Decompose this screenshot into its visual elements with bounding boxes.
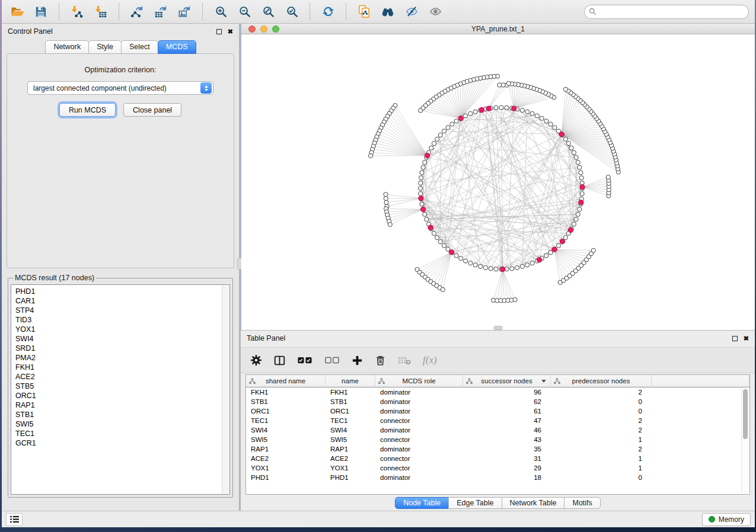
cell-predecessor-nodes[interactable]: 0 [551,406,652,416]
export-table-icon[interactable] [151,2,170,21]
mcds-result-item[interactable]: TEC1 [15,429,229,438]
cell-predecessor-nodes[interactable]: 0 [551,397,652,406]
select-all-icon[interactable] [297,357,312,364]
graph-node[interactable] [525,110,529,114]
cell-MCDS-role[interactable]: connector [375,463,463,473]
network-canvas[interactable] [241,34,755,330]
tab-motifs[interactable]: Motifs [564,497,600,509]
graph-node[interactable] [579,171,583,175]
graph-node[interactable] [384,193,388,197]
cell-shared-name[interactable]: ORC1 [246,406,326,416]
graph-node[interactable] [494,267,498,271]
cell-shared-name[interactable]: FKH1 [246,387,326,397]
graph-node[interactable] [454,254,458,258]
graph-node[interactable] [419,181,423,185]
first-neighbors-icon[interactable] [378,2,397,21]
cell-name[interactable]: PHD1 [326,473,375,482]
graph-hub-node[interactable] [486,106,491,111]
cell-successor-nodes[interactable]: 43 [463,435,551,444]
graph-node[interactable] [384,196,388,200]
graph-node[interactable] [483,265,487,270]
graph-node[interactable] [468,261,473,265]
graph-node[interactable] [441,287,445,291]
zoom-selected-icon[interactable] [282,2,301,21]
graph-node[interactable] [435,235,439,239]
mcds-result-item[interactable]: SWI5 [15,419,229,429]
mcds-result-item[interactable]: TID3 [15,315,229,325]
cell-name[interactable]: STB1 [326,397,375,406]
graph-hub-node[interactable] [428,225,433,230]
float-panel-icon[interactable] [216,29,222,34]
cell-successor-nodes[interactable]: 61 [463,406,551,416]
cell-predecessor-nodes[interactable]: 1 [551,463,652,473]
graph-hub-node[interactable] [560,239,564,243]
graph-node[interactable] [442,243,446,248]
column-browser-icon[interactable] [274,355,285,366]
graph-node[interactable] [566,142,570,146]
deselect-all-icon[interactable] [324,357,340,364]
graph-node[interactable] [510,267,514,271]
cell-successor-nodes[interactable]: 29 [463,463,551,473]
column-header-shared-name[interactable]: shared name [246,375,326,387]
graph-node[interactable] [388,222,392,226]
cell-MCDS-role[interactable]: dominator [375,406,463,416]
graph-node[interactable] [432,231,436,235]
cell-successor-nodes[interactable]: 31 [463,454,551,463]
graph-node[interactable] [591,248,595,252]
graph-node[interactable] [563,137,567,141]
cell-predecessor-nodes[interactable]: 2 [551,387,652,397]
graph-node[interactable] [464,259,468,263]
cell-shared-name[interactable]: ACE2 [246,454,326,463]
graph-hub-node[interactable] [552,247,557,252]
delete-column-icon[interactable] [375,355,386,366]
graph-node[interactable] [435,137,439,141]
graph-node[interactable] [505,105,509,110]
show-all-icon[interactable] [426,2,445,21]
column-header-predecessor-nodes[interactable]: predecessor nodes [551,375,652,387]
graph-node[interactable] [446,126,450,130]
cell-shared-name[interactable]: SWI5 [246,435,326,444]
cell-MCDS-role[interactable]: dominator [375,444,463,454]
mcds-result-item[interactable]: ACE2 [15,372,229,382]
graph-node[interactable] [506,81,511,85]
cell-shared-name[interactable]: RAP1 [246,444,326,454]
graph-node[interactable] [489,267,493,271]
cell-successor-nodes[interactable]: 18 [463,473,551,482]
mcds-result-item[interactable]: PMA2 [15,353,229,363]
zoom-in-icon[interactable] [211,2,230,21]
graph-node[interactable] [499,105,503,110]
new-network-from-selection-icon[interactable] [355,2,374,21]
cell-MCDS-role[interactable]: dominator [375,387,463,397]
graph-node[interactable] [479,264,483,268]
cell-successor-nodes[interactable]: 46 [463,425,551,435]
graph-node[interactable] [563,87,567,91]
cell-name[interactable]: YOX1 [326,463,375,473]
graph-node[interactable] [579,176,583,180]
graph-node[interactable] [520,264,524,268]
graph-node[interactable] [429,146,433,150]
graph-node[interactable] [606,175,610,179]
cell-name[interactable]: TEC1 [326,416,375,425]
cell-predecessor-nodes[interactable]: 1 [551,435,652,444]
export-image-icon[interactable] [175,2,194,21]
graph-node[interactable] [425,217,429,222]
tab-network-table[interactable]: Network Table [502,497,565,509]
mcds-result-item[interactable]: FKH1 [15,363,229,372]
mcds-result-item[interactable]: STB1 [15,410,229,419]
cell-predecessor-nodes[interactable]: 2 [551,444,652,454]
graph-node[interactable] [515,265,519,270]
tab-edge-table[interactable]: Edge Table [448,497,502,509]
graph-node[interactable] [473,263,477,267]
graph-node[interactable] [535,114,539,118]
add-column-icon[interactable] [352,355,363,366]
mcds-result-item[interactable]: GCR1 [15,438,229,448]
graph-hub-node[interactable] [419,196,423,200]
cell-MCDS-role[interactable]: dominator [375,473,463,482]
graph-node[interactable] [423,212,427,216]
graph-node[interactable] [578,207,582,211]
graph-node[interactable] [520,108,524,113]
graph-hub-node[interactable] [458,116,463,121]
criterion-select[interactable]: largest connected component (undirected) [27,81,213,95]
graph-node[interactable] [459,257,463,261]
close-table-panel-icon[interactable]: ✖ [744,335,749,342]
